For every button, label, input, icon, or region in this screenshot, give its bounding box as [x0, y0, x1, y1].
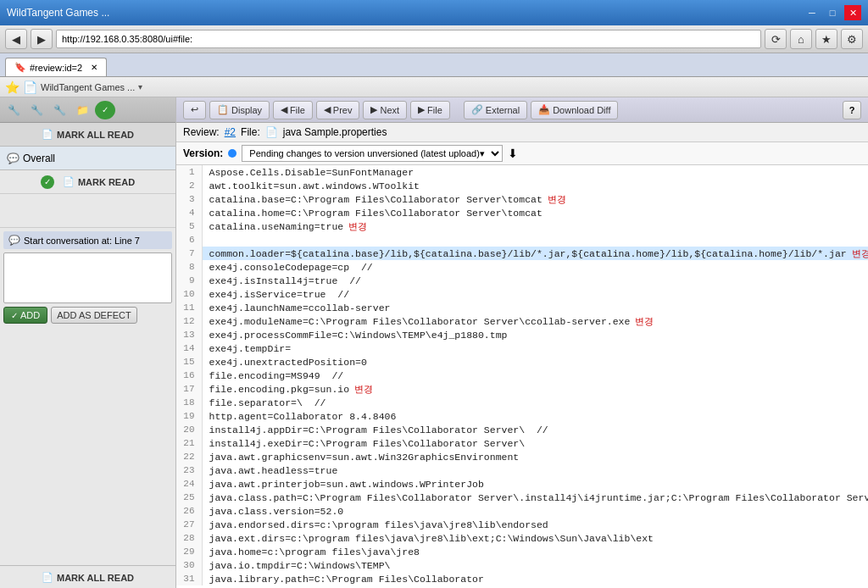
sidebar: 🔧 🔧 🔧 📁 ✓ 📄 MARK ALL READ 💬 Overall ✓ 📄 … — [0, 97, 176, 588]
line-number: 2 — [176, 179, 202, 192]
change-tag: 변경 — [548, 195, 566, 205]
code-view[interactable]: 1Aspose.Cells.Disable=SunFontManager2awt… — [176, 165, 868, 588]
bookmark-dropdown-icon[interactable]: ▾ — [138, 82, 142, 92]
table-row: 23java.awt.headless=true — [176, 463, 868, 477]
code-line: java.io.tmpdir=C:\Windows\TEMP\ — [202, 558, 868, 572]
add-button[interactable]: ✓ ADD — [3, 307, 47, 324]
line-number: 26 — [176, 504, 202, 518]
code-line: java.class.version=52.0 — [202, 504, 868, 518]
file-name: java Sample.properties — [283, 126, 387, 138]
line-number: 24 — [176, 477, 202, 491]
table-row: 10exe4j.isService=true // — [176, 287, 868, 301]
prev-file-icon: ◀ — [281, 104, 287, 115]
table-row: 22java.awt.graphicsenv=sun.awt.Win32Grap… — [176, 450, 868, 463]
mark-read-label[interactable]: MARK READ — [78, 177, 135, 187]
code-line: exe4j.isService=true // — [202, 287, 868, 301]
code-line: java.library.path=C:\Program Files\Colla… — [202, 572, 868, 585]
window-titlebar: WildTangent Games ... ─ □ ✕ — [0, 0, 868, 25]
next-button[interactable]: ▶ Next — [363, 101, 407, 119]
table-row: 5catalina.useNaming=true변경 — [176, 219, 868, 233]
bookmark-star-icon: ⭐ — [5, 80, 19, 94]
address-bar[interactable] — [56, 30, 761, 48]
next-arrow-icon: ▶ — [370, 104, 377, 115]
prev-file-button[interactable]: ◀ File — [273, 101, 313, 119]
bottom-mark-label: MARK ALL READ — [57, 573, 134, 583]
table-row: 29java.home=c:\program files\java\jre8 — [176, 545, 868, 558]
mark-all-read-top[interactable]: 📄 MARK ALL READ — [0, 123, 175, 147]
code-line: java.class.path=C:\Program Files\Collabo… — [202, 491, 868, 504]
add-defect-button[interactable]: ADD AS DEFECT — [51, 307, 136, 324]
back-toolbar-button[interactable]: ↩ — [183, 101, 206, 119]
line-number: 4 — [176, 206, 202, 219]
code-line: exe4j.processCommFile=C:\Windows\TEMP\e4… — [202, 328, 868, 341]
code-line: java.awt.printerjob=sun.awt.windows.WPri… — [202, 477, 868, 491]
version-label: Version: — [183, 147, 223, 159]
line-number: 6 — [176, 233, 202, 247]
code-line: common.loader=${catalina.base}/lib,${cat… — [202, 247, 868, 260]
change-tag: 변경 — [354, 385, 373, 395]
table-row: 25java.class.path=C:\Program Files\Colla… — [176, 491, 868, 504]
file-label: File: — [241, 126, 260, 138]
maximize-button[interactable]: □ — [824, 5, 841, 20]
add-check-icon: ✓ — [11, 311, 18, 320]
help-button[interactable]: ? — [843, 101, 861, 119]
line-number: 8 — [176, 260, 202, 274]
code-line: Aspose.Cells.Disable=SunFontManager — [202, 165, 868, 179]
right-content: ↩ 📋 Display ◀ File ◀ Prev ▶ Next ▶ File — [176, 97, 868, 588]
code-line: install4j.exeDir=C:\Program Files\Collab… — [202, 436, 868, 450]
code-line: catalina.base=C:\Program Files\Collabora… — [202, 192, 868, 206]
table-row: 13exe4j.processCommFile=C:\Windows\TEMP\… — [176, 328, 868, 341]
code-line: exe4j.unextractedPosition=0 — [202, 355, 868, 369]
file-icon: 📄 — [265, 126, 278, 138]
version-select[interactable]: Pending changes to version unversioned (… — [242, 145, 503, 162]
table-row: 26java.class.version=52.0 — [176, 504, 868, 518]
bookmarks-bar: ⭐ 📄 WildTangent Games ... ▾ — [0, 77, 868, 97]
sidebar-tool-3[interactable]: 🔧 — [49, 101, 70, 119]
tab-bar: 🔖 #review:id=2 ✕ — [0, 53, 868, 77]
code-line: file.separator=\ // — [202, 396, 868, 409]
code-line: install4j.appDir=C:\Program Files\Collab… — [202, 423, 868, 436]
tab-close-icon[interactable]: ✕ — [91, 63, 97, 72]
comment-input[interactable] — [3, 252, 172, 303]
line-number: 11 — [176, 301, 202, 314]
sidebar-tool-1[interactable]: 🔧 — [3, 101, 24, 119]
code-line: exe4j.tempDir= — [202, 341, 868, 355]
forward-button[interactable]: ▶ — [31, 29, 53, 49]
bookmark-label[interactable]: WildTangent Games ... — [41, 82, 135, 92]
gear-button[interactable]: ⚙ — [841, 29, 863, 49]
mark-read-row: ✓ 📄 MARK READ — [0, 170, 175, 194]
display-button[interactable]: 📋 Display — [209, 101, 270, 119]
close-button[interactable]: ✕ — [844, 5, 861, 20]
sidebar-bottom[interactable]: 📄 MARK ALL READ — [0, 565, 175, 588]
code-table: 1Aspose.Cells.Disable=SunFontManager2awt… — [176, 165, 868, 585]
line-number: 10 — [176, 287, 202, 301]
sidebar-toolbar: 🔧 🔧 🔧 📁 ✓ — [0, 97, 175, 123]
back-button[interactable]: ◀ — [5, 29, 27, 49]
start-conversation-label: 💬 Start conversation at: Line 7 — [3, 231, 172, 249]
next-file-button[interactable]: ▶ File — [410, 101, 450, 119]
sidebar-tool-4[interactable]: 📁 — [72, 101, 92, 119]
star-button[interactable]: ★ — [815, 29, 837, 49]
external-button[interactable]: 🔗 External — [464, 101, 527, 119]
download-diff-button[interactable]: 📥 Download Diff — [531, 101, 618, 119]
line-number: 13 — [176, 328, 202, 341]
code-line: awt.toolkit=sun.awt.windows.WToolkit — [202, 179, 868, 192]
external-icon: 🔗 — [471, 104, 483, 115]
minimize-button[interactable]: ─ — [804, 5, 821, 20]
active-tab[interactable]: 🔖 #review:id=2 ✕ — [5, 58, 107, 76]
home-button[interactable]: ⌂ — [790, 29, 812, 49]
sidebar-tool-2[interactable]: 🔧 — [26, 101, 47, 119]
line-number: 20 — [176, 423, 202, 436]
table-row: 19http.agent=Collaborator 8.4.8406 — [176, 409, 868, 423]
line-number: 17 — [176, 382, 202, 396]
prev-button[interactable]: ◀ Prev — [316, 101, 360, 119]
back-arrow-icon: ↩ — [191, 104, 198, 115]
download-version-icon[interactable]: ⬇ — [508, 147, 518, 160]
table-row: 17file.encoding.pkg=sun.io변경 — [176, 382, 868, 396]
main-area: 🔧 🔧 🔧 📁 ✓ 📄 MARK ALL READ 💬 Overall ✓ 📄 … — [0, 97, 868, 588]
code-line: file.encoding=MS949 // — [202, 369, 868, 382]
table-row: 20install4j.appDir=C:\Program Files\Coll… — [176, 423, 868, 436]
refresh-button[interactable]: ⟳ — [765, 29, 787, 49]
review-id-link[interactable]: #2 — [225, 126, 236, 138]
sidebar-tool-5[interactable]: ✓ — [95, 101, 115, 119]
